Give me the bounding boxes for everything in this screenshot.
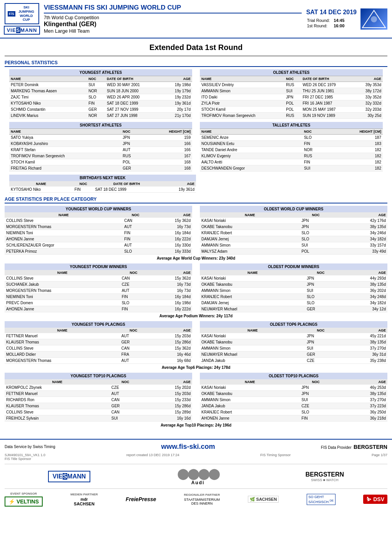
tallest-athletes-table: TALLEST ATHLETES NAME NOC HEIGHT [CM] SE… — [200, 122, 383, 172]
table-cell: 37y 270d — [332, 397, 387, 403]
table-cell: STOCH Kamil — [200, 107, 284, 113]
oldest-top6-table: OLDEST TOP6 PLACINGS NAME NOC AGE KASAI … — [200, 321, 387, 364]
table-cell: SUI — [300, 397, 332, 403]
table-cell: KYTOSAHO Niko — [9, 187, 73, 193]
table-cell: AHONEN Janne — [5, 236, 123, 242]
table-cell: JPN — [300, 391, 332, 397]
personal-statistics-header: PERSONAL STATISTICS — [5, 60, 387, 67]
table-cell: 32y 332d — [355, 100, 383, 107]
youngest-top6-table: YOUNGEST TOP6 PLACINGS NAME NOC AGE FETT… — [5, 321, 192, 364]
table-cell: WED 26 DEC 1979 — [301, 82, 355, 88]
table-cell: FIN — [120, 306, 147, 312]
table-cell: AUT — [123, 242, 148, 248]
table-cell: SUN 18 JUN 2000 — [105, 88, 162, 94]
table-cell: 15y 203d — [147, 333, 192, 339]
table-cell: 16y 73d — [147, 288, 192, 294]
table-cell: MALYSZ Adam — [200, 248, 300, 255]
table-cell: 15y 203d — [141, 391, 192, 397]
logo-area: F/S SKI JUMPING WORLD CUP VIESMANN — [5, 3, 39, 35]
table-cell: KRAFT Stefan — [9, 147, 121, 153]
table-cell: 19y 361d — [162, 100, 192, 107]
footer-report-created: report created 13 DEC 2019 17:24 — [126, 453, 179, 461]
table-cell: 167 — [144, 153, 192, 159]
table-cell: FETTNER Manuel — [5, 333, 120, 339]
table-cell: 34y 248d — [336, 294, 387, 300]
table-cell: SUI — [305, 288, 336, 294]
table-cell: SUI — [87, 82, 105, 88]
avg-wc-winners: Average Age World Cup Winners: 23y 340d — [5, 256, 387, 260]
table-cell: SLO — [87, 94, 105, 100]
table-cell: 16y 16d — [141, 415, 192, 422]
table-cell: 36y 250d — [332, 409, 387, 415]
table-cell: STOCH Kamil — [9, 159, 121, 165]
category-title: Men Large Hill Team — [44, 28, 302, 34]
table-cell: 34y 246d — [332, 230, 387, 236]
footer-provider: FIS Data Provider BERGSTERN — [321, 444, 387, 450]
table-cell: 166 — [144, 147, 192, 153]
table-cell: AMMANN Simon — [200, 242, 300, 248]
table-cell: OKABE Takanobu — [200, 339, 305, 345]
table-cell: MORGENSTERN Thomas — [5, 224, 123, 230]
table-cell: FIN — [302, 159, 328, 165]
table-cell: JPN — [284, 94, 301, 100]
table-cell: 46y 253d — [332, 385, 387, 391]
table-cell: WED 30 MAY 2001 — [105, 82, 162, 88]
table-cell: JPN — [300, 218, 332, 224]
audi-sponsor-logo: ⬤⬤⬤⬤ Audi — [177, 467, 219, 485]
table-cell: 15y 362d — [147, 275, 192, 282]
table-cell: SAT 27 JUN 1998 — [105, 113, 162, 119]
table-cell: 187 — [328, 135, 383, 141]
table-cell: FRI 16 JAN 1987 — [301, 100, 355, 107]
table-cell: FIN — [302, 141, 328, 147]
table-cell: KASAI Noriaki — [200, 333, 305, 339]
table-cell: RICHARDS Ron — [5, 397, 110, 403]
table-cell: KRANJEC Robert — [200, 230, 300, 236]
table-cell: 37y 223d — [332, 403, 387, 409]
table-cell: DAMJAN Jernej — [200, 236, 300, 242]
table-cell: SAT 18 DEC 1999 — [105, 100, 162, 107]
table-cell: GER — [110, 403, 141, 409]
table-cell: 38y 135d — [332, 224, 387, 230]
table-cell: RUS — [302, 153, 328, 159]
table-cell: AHONEN Janne — [5, 306, 120, 312]
table-cell: 19y 232d — [162, 94, 192, 100]
table-cell: 182 — [328, 147, 383, 153]
table-cell: 38y 172d — [355, 88, 383, 94]
table-cell: SUI — [302, 165, 328, 172]
dsv-logo: ⛷ DSV — [363, 495, 387, 504]
table-cell: CAN — [110, 409, 141, 415]
so-geht-logo: SO GEHTSÄCHSISCH.DE — [307, 494, 336, 505]
table-cell: JPN — [305, 282, 336, 288]
table-cell: JPN — [300, 385, 332, 391]
header: F/S SKI JUMPING WORLD CUP VIESMANN VIESS… — [0, 0, 392, 38]
table-cell: KLIMOV Evgeniy — [200, 153, 302, 159]
avg-podium: Average Age Podium Winners: 24y 117d — [5, 314, 387, 318]
table-cell: 16y 198d — [147, 300, 192, 306]
table-cell: 33y 352d — [355, 94, 383, 100]
fis-emblem: F/S — [8, 11, 15, 17]
regionaler-partner-area: REGIONALER PARTNER STAATSMINISTERIUMDES … — [184, 493, 220, 505]
location-title: Klingenthal (GER) — [44, 21, 302, 28]
table-cell: KASAI Noriaki — [200, 385, 300, 391]
footer-data-service: Data Service by Swiss Timing — [5, 445, 55, 449]
table-cell: SUI — [110, 415, 141, 422]
table-cell: 19y 179d — [162, 88, 192, 94]
oldest-top10-table: OLDEST TOP10 PLACINGS NAME NOC AGE KASAI… — [200, 373, 387, 422]
event-date: SAT 14 DEC 2019 — [306, 9, 357, 16]
page-title: Extended Data 1st Round — [5, 38, 387, 56]
competition-subtitle: 7th World Cup Competition — [44, 15, 302, 20]
table-cell: 168 — [144, 159, 192, 165]
table-cell: CZE — [305, 358, 336, 364]
birthdays-section: BIRTHDAYS NEXT WEEK NAME NOC DATE OF BIR… — [9, 175, 383, 193]
table-cell: KRANJEC Robert — [200, 409, 300, 415]
avg-top6: Average Age Top6 Placings: 24y 178d — [5, 365, 387, 370]
table-cell: COLLINS Steve — [5, 275, 120, 282]
table-cell: NEUMAYER Michael — [200, 306, 305, 312]
footer: Data Service by Swiss Timing www.fis-ski… — [0, 439, 392, 510]
viessmann-logo: VIESMANN — [4, 26, 40, 35]
table-cell: OKABE Takanobu — [200, 391, 300, 397]
fis-logo-box: F/S SKI JUMPING WORLD CUP — [5, 3, 39, 24]
table-cell: ITO Daiki — [200, 94, 284, 100]
table-cell: NOUSIAINEN Eetu — [200, 141, 302, 147]
table-cell: SUI — [284, 88, 301, 94]
